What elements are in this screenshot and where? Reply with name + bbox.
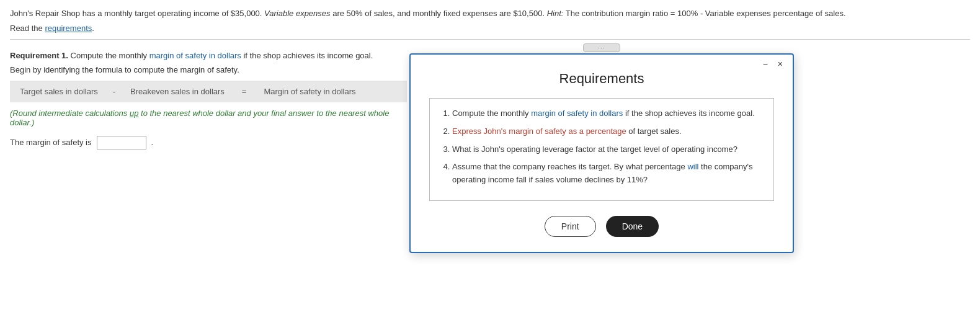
req1-bold: Requirement 1. (10, 51, 68, 60)
problem-intro: John's Repair Shop has a monthly target … (10, 7, 970, 20)
modal-body: Requirements Compute the monthly margin … (411, 71, 793, 252)
modal-drag-bar: ··· (409, 43, 794, 52)
req1-text: Compute the monthly (71, 51, 149, 60)
requirement-item-4: Assume that the company reaches its targ… (452, 161, 762, 187)
req1-text2: if the shop achieves its income goal. (243, 51, 373, 60)
margin-safety-row: The margin of safety is . (10, 136, 407, 149)
modal-titlebar: − × (411, 55, 793, 71)
main-content: Requirement 1. Compute the monthly margi… (10, 48, 970, 149)
print-button[interactable]: Print (545, 216, 596, 237)
left-panel: Requirement 1. Compute the monthly margi… (10, 48, 407, 149)
requirements-list-box: Compute the monthly margin of safety in … (429, 98, 774, 201)
formula-cell2: Breakeven sales in dollars (120, 84, 234, 99)
margin-safety-input[interactable] (97, 136, 146, 149)
hint-label: Hint: (547, 9, 564, 18)
modal-minimize-button[interactable]: − (760, 60, 770, 68)
horizontal-divider (10, 39, 970, 40)
drag-dots: ··· (598, 45, 605, 51)
modal-title: Requirements (429, 71, 774, 87)
requirements-modal: ··· − × Requirements Compute the monthly… (409, 43, 794, 253)
variable-expenses-label: Variable expenses (264, 9, 330, 18)
round-note-open: (Round intermediate calculations (10, 109, 130, 118)
margin-safety-label: The margin of safety is (10, 138, 92, 147)
req4-blue-text: will (687, 162, 698, 171)
formula-result: Margin of safety in dollars (254, 84, 365, 99)
modal-drag-handle[interactable]: ··· (583, 43, 620, 52)
requirement-item-3: What is John's operating leverage factor… (452, 143, 762, 156)
hint-text: The contribution margin ratio = 100% - V… (563, 9, 845, 18)
shop-name: John's Repair Shop has a monthly target … (10, 9, 264, 18)
formula-row: Target sales in dollars - Breakeven sale… (10, 81, 407, 102)
modal-close-button[interactable]: × (775, 60, 785, 68)
formula-separator: - (108, 87, 120, 96)
requirement1-title: Requirement 1. Compute the monthly margi… (10, 51, 407, 60)
req1-blue: margin of safety in dollars (149, 51, 241, 60)
read-label: Read the (10, 24, 45, 33)
identify-formula-text: Begin by identifying the formula to comp… (10, 65, 407, 74)
formula-cell1: Target sales in dollars (10, 84, 108, 99)
margin-safety-period: . (151, 138, 154, 147)
requirements-list: Compute the monthly margin of safety in … (441, 107, 762, 187)
req1-blue-text: margin of safety in dollars (531, 109, 623, 118)
period: . (92, 24, 94, 33)
read-requirements-line: Read the requirements. (10, 24, 970, 33)
problem-part3: are 50% of sales, and monthly fixed expe… (331, 9, 547, 18)
requirement-item-2: Express John's margin of safety as a per… (452, 125, 762, 138)
modal-actions: Print Done (429, 216, 774, 237)
requirements-link[interactable]: requirements (45, 24, 92, 33)
requirement-item-1: Compute the monthly margin of safety in … (452, 107, 762, 120)
modal-window: − × Requirements Compute the monthly mar… (409, 53, 794, 253)
round-up-underline: up (130, 109, 138, 118)
req2-orange-text: Express John's margin of safety as a per… (452, 127, 626, 136)
formula-equals: = (234, 87, 254, 96)
done-button[interactable]: Done (606, 216, 659, 237)
round-note: (Round intermediate calculations up to t… (10, 109, 407, 127)
